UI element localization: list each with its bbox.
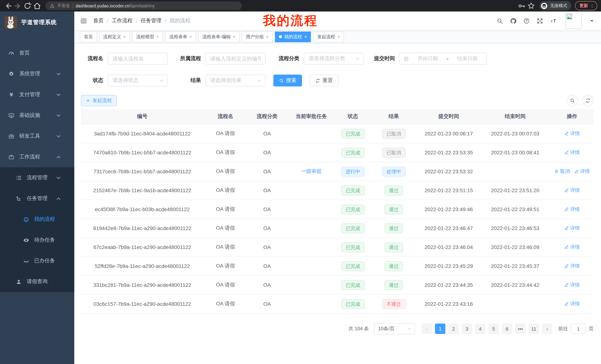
tab-close-icon[interactable]: × — [190, 35, 192, 39]
browser-menu-kebab-icon[interactable] — [590, 3, 594, 8]
tab-close-icon[interactable]: × — [156, 35, 159, 39]
page-button-5[interactable]: 5 — [489, 324, 499, 334]
tab-label: 首页 — [84, 34, 93, 40]
sidebar-item-基础设施[interactable]: 基础设施 — [0, 105, 74, 126]
table-row: 819442e8-7b9a-11ec-a290-acde48001122OA 请… — [81, 219, 594, 238]
password-key-icon[interactable] — [517, 1, 526, 10]
page-button-1[interactable]: 1 — [435, 324, 445, 334]
font-size-icon[interactable]: TT — [550, 18, 558, 24]
browser-update-button[interactable]: 更新 — [575, 1, 597, 10]
avatar[interactable] — [565, 13, 582, 29]
breadcrumb-item[interactable]: 任务管理 — [141, 18, 161, 24]
tab-我的流程[interactable]: 我的流程× — [275, 31, 311, 42]
status-badge: 已完成 — [341, 299, 365, 309]
sidebar-item-任务管理[interactable]: 任务管理 — [0, 188, 74, 209]
tab-close-icon[interactable]: × — [266, 35, 269, 39]
tab-close-icon[interactable]: × — [337, 35, 340, 39]
user-menu-caret-icon[interactable] — [589, 18, 595, 24]
page-button-4[interactable]: 4 — [475, 324, 485, 334]
filter-name-input[interactable] — [108, 53, 168, 65]
page-button-2[interactable]: 2 — [448, 324, 459, 334]
sidebar-item-系统管理[interactable]: 系统管理 — [0, 63, 74, 84]
action-详情-link[interactable]: 详情 — [564, 225, 580, 231]
create-process-button[interactable]: 发起流程 — [81, 95, 117, 106]
sidebar-item-我的流程[interactable]: 我的流程 — [0, 209, 74, 230]
search-icon[interactable] — [497, 18, 503, 24]
sidebar-item-支付管理[interactable]: ¥支付管理 — [0, 84, 74, 105]
action-label: 详情 — [570, 187, 580, 194]
action-详情-link[interactable]: 详情 — [564, 282, 580, 288]
cell-category: OA — [247, 263, 287, 269]
goto-page-input[interactable] — [571, 324, 586, 334]
action-详情-link[interactable]: 详情 — [564, 244, 580, 250]
sidebar-item-研发工具[interactable]: 研发工具 — [0, 126, 74, 147]
breadcrumb-item[interactable]: 工作流程 — [112, 18, 133, 24]
page-button-6[interactable]: 6 — [502, 324, 512, 334]
tab-用户分组[interactable]: 用户分组× — [242, 31, 273, 42]
cell-actions: 详情 — [551, 282, 594, 288]
cell-name: OA 请假 — [204, 168, 247, 175]
browser-forward-icon[interactable] — [13, 1, 22, 10]
refresh-table-button[interactable] — [582, 95, 594, 106]
tab-发起流程[interactable]: 发起流程× — [313, 31, 344, 42]
next-page-button[interactable]: › — [542, 324, 552, 334]
browser-reload-icon[interactable] — [23, 1, 32, 10]
filter-date-range[interactable]: 开始日期 - 结束日期 — [399, 53, 487, 65]
reset-button[interactable]: 重置 — [310, 75, 338, 86]
address-bar[interactable]: 不安全 dashboard.yudao.iocoder.cn/bpm/task/… — [45, 1, 242, 10]
bookmark-star-icon[interactable] — [527, 1, 536, 10]
filter-row-1: 流程名 所属流程 流程分类 请选择流程分类 提交时间 开始日期 - 结束日期 — [81, 53, 594, 65]
page-button-3[interactable]: 3 — [462, 324, 472, 334]
chev-down-icon — [55, 133, 62, 139]
action-详情-link[interactable]: 详情 — [564, 187, 580, 194]
cell-actions: 详情 — [551, 149, 594, 156]
tab-close-icon[interactable]: × — [123, 35, 126, 39]
app-logo-row[interactable]: 芋道管理系统 — [0, 11, 74, 33]
fullscreen-icon[interactable] — [537, 18, 543, 24]
browser-back-icon[interactable] — [4, 1, 13, 10]
filter-result-select[interactable]: 请选择流结果 — [205, 75, 266, 86]
action-详情-link[interactable]: 详情 — [564, 263, 580, 269]
chev-down-icon — [55, 112, 62, 119]
sidebar-item-label: 研发工具 — [19, 133, 40, 140]
tab-流程定义[interactable]: 流程定义× — [99, 31, 130, 42]
edit-icon — [564, 188, 569, 192]
sidebar-item-首页[interactable]: 首页 — [0, 43, 74, 63]
page-size-select[interactable]: 10条/页 — [374, 323, 415, 334]
sidebar-item-流程管理[interactable]: 流程管理 — [0, 167, 74, 188]
breadcrumb-item[interactable]: 首页 — [93, 18, 104, 24]
toggle-search-button[interactable] — [567, 95, 578, 106]
sidebar-item-待办任务[interactable]: 待办任务 — [0, 230, 74, 250]
github-icon[interactable] — [510, 18, 516, 24]
current-task-link[interactable]: 一级审批 — [301, 168, 322, 174]
search-button[interactable]: 搜索 — [273, 75, 302, 86]
page-button-11[interactable]: 11 — [529, 324, 539, 334]
tab-close-icon[interactable]: × — [233, 35, 235, 39]
browser-home-icon[interactable] — [33, 1, 42, 10]
action-详情-link[interactable]: 详情 — [564, 149, 580, 156]
cell-name: OA 请假 — [204, 282, 247, 288]
filter-status-select[interactable]: 请选择状态 — [108, 75, 168, 86]
prev-page-button[interactable]: ‹ — [421, 324, 432, 334]
tab-首页[interactable]: 首页 — [80, 31, 97, 42]
tab-label: 发起流程 — [317, 34, 335, 40]
tab-close-icon[interactable]: × — [304, 35, 307, 39]
action-详情-link[interactable]: 详情 — [564, 301, 580, 307]
hamburger-icon[interactable] — [80, 17, 87, 24]
action-取消-link[interactable]: 取消 — [554, 168, 570, 175]
column-header-流程分类: 流程分类 — [247, 113, 287, 120]
filter-owner-input[interactable] — [205, 53, 266, 65]
sidebar-item-工作流程[interactable]: 工作流程 — [0, 147, 74, 167]
filter-category-select[interactable]: 请选择流程分类 — [304, 53, 364, 65]
action-详情-link[interactable]: 详情 — [574, 168, 590, 175]
chevron-down-icon — [159, 78, 164, 83]
tab-流程模型[interactable]: 流程模型× — [132, 31, 163, 42]
action-详情-link[interactable]: 详情 — [564, 206, 580, 213]
tab-流程表单[interactable]: 流程表单× — [165, 31, 196, 42]
action-详情-link[interactable]: 详情 — [564, 130, 580, 137]
tab-流程表单-编辑[interactable]: 流程表单-编辑× — [198, 31, 240, 42]
sidebar-item-请假查询[interactable]: 请假查询 — [0, 271, 74, 292]
sidebar-item-已办任务[interactable]: 已办任务 — [0, 250, 74, 271]
help-icon[interactable] — [523, 18, 530, 24]
cell-name: OA 请假 — [204, 244, 247, 250]
